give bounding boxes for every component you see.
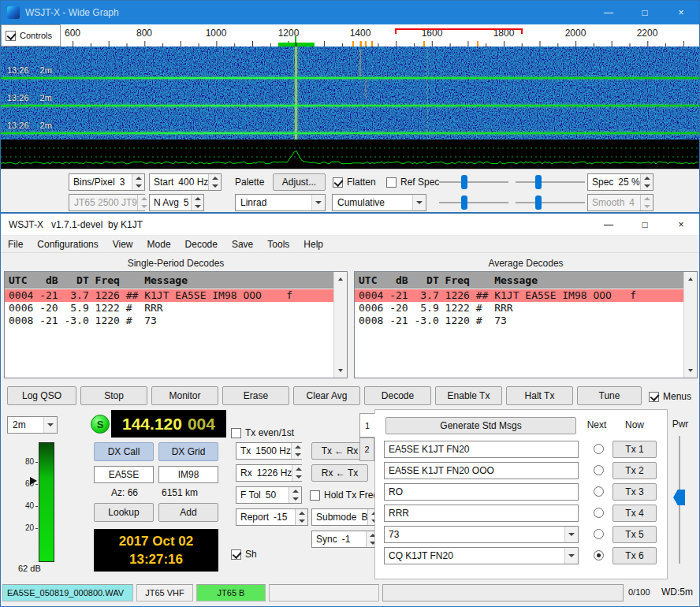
tx2-message-field[interactable]: EA5SE K1JT FN20 OOO	[384, 462, 579, 479]
ref-spec-checkbox[interactable]: Ref Spec	[386, 176, 439, 188]
scroll-up-icon[interactable]	[684, 273, 697, 285]
smooth-spinner[interactable]: Smooth 4	[587, 194, 653, 211]
minimize-icon[interactable]: —	[590, 214, 627, 235]
close-icon[interactable]: ×	[663, 214, 699, 235]
scroll-down-icon[interactable]	[684, 364, 697, 377]
jt65-jt9-split-spinner[interactable]: JT65 2500 JT9	[69, 194, 145, 211]
f-tol-spinner[interactable]: F Tol 50	[236, 486, 302, 504]
sh-checkbox[interactable]: Sh	[231, 548, 257, 560]
spin-down-icon[interactable]	[292, 473, 304, 481]
tx5-message-combo[interactable]: 73	[384, 526, 579, 543]
tune-button[interactable]: Tune	[577, 386, 642, 405]
generate-std-msgs-button[interactable]: Generate Std Msgs	[385, 417, 576, 434]
spec-percent-spinner[interactable]: Spec 25 %	[587, 173, 653, 191]
spin-down-icon[interactable]	[641, 203, 653, 210]
slider-handle[interactable]	[535, 196, 542, 210]
tx5-now-button[interactable]: Tx 5	[612, 526, 657, 543]
tx3-next-radio[interactable]	[594, 486, 604, 497]
scroll-down-icon[interactable]	[334, 364, 347, 377]
spectrum-gain-slider[interactable]	[438, 194, 509, 211]
spin-down-icon[interactable]	[289, 495, 301, 503]
decode-row[interactable]: 0004 -21 3.7 1226 ## K1JT EA5SE IM98 OOO…	[355, 289, 683, 302]
waterfall-zero-slider[interactable]	[515, 173, 586, 191]
maximize-icon[interactable]: □	[627, 1, 663, 24]
spin-down-icon[interactable]	[641, 182, 653, 190]
maximize-icon[interactable]: □	[627, 214, 663, 235]
spin-down-icon[interactable]	[209, 182, 221, 190]
menu-file[interactable]: File	[1, 236, 30, 252]
tx1-now-button[interactable]: Tx 1	[612, 441, 657, 458]
adjust-button[interactable]: Adjust...	[273, 173, 326, 191]
submode-spinner[interactable]: Submode B	[311, 508, 379, 526]
spin-up-icon[interactable]	[138, 195, 150, 203]
monitor-button[interactable]: Monitor	[151, 386, 218, 405]
dx-grid-button[interactable]: DX Grid	[158, 442, 218, 461]
wide-graph-titlebar[interactable]: WSJT-X - Wide Graph — □ ×	[1, 1, 699, 24]
scrollbar[interactable]	[333, 272, 347, 378]
pwr-slider[interactable]	[672, 434, 687, 565]
tx2-next-radio[interactable]	[594, 465, 604, 475]
tx4-next-radio[interactable]	[594, 508, 604, 518]
tx6-next-radio[interactable]	[594, 550, 604, 560]
add-button[interactable]: Add	[158, 503, 218, 522]
tx-even-checkbox[interactable]: Tx even/1st	[231, 426, 294, 439]
tab-1[interactable]: 1	[359, 413, 375, 438]
minimize-icon[interactable]: —	[590, 1, 627, 24]
tx6-message-combo[interactable]: CQ K1JT FN20	[384, 547, 579, 564]
scroll-up-icon[interactable]	[334, 273, 347, 285]
spin-up-icon[interactable]	[132, 174, 144, 182]
hold-tx-freq-checkbox[interactable]: Hold Tx Freq	[310, 489, 378, 501]
spin-up-icon[interactable]	[641, 174, 653, 182]
clear-avg-button[interactable]: Clear Avg	[293, 386, 360, 405]
menu-tools[interactable]: Tools	[260, 236, 296, 252]
spin-up-icon[interactable]	[292, 443, 303, 451]
waterfall-gain-slider[interactable]	[438, 173, 509, 191]
menu-mode[interactable]: Mode	[140, 236, 178, 252]
menu-save[interactable]: Save	[225, 236, 260, 252]
bins-pixel-spinner[interactable]: Bins/Pixel 3	[69, 173, 145, 191]
slider-handle[interactable]	[461, 196, 467, 210]
menu-view[interactable]: View	[106, 236, 140, 252]
dx-grid-field[interactable]: IM98	[158, 466, 218, 483]
spin-up-icon[interactable]	[289, 487, 301, 495]
spectrum-display[interactable]	[1, 140, 699, 169]
tx4-now-button[interactable]: Tx 4	[612, 505, 657, 522]
decode-row[interactable]: 0008 -21 -3.0 1220 # 73	[5, 315, 333, 327]
spin-up-icon[interactable]	[292, 465, 304, 473]
scrollbar[interactable]	[683, 272, 697, 378]
slider-handle[interactable]	[535, 175, 542, 189]
controls-checkbox[interactable]: Controls	[6, 29, 52, 42]
slider-handle[interactable]	[461, 175, 467, 189]
decode-row[interactable]: 0006 -20 5.9 1222 # RRR	[5, 302, 333, 315]
spectrum-mode-combo[interactable]: Cumulative	[332, 194, 426, 211]
sync-spinner[interactable]: Sync -1	[311, 531, 379, 548]
spin-up-icon[interactable]	[296, 509, 307, 517]
tx2-now-button[interactable]: Tx 2	[612, 462, 657, 479]
waterfall-display[interactable]: 13:26 2m 13:26 2m 13:26 2m	[1, 47, 699, 140]
spin-down-icon[interactable]	[138, 203, 150, 210]
tx-freq-spinner[interactable]: Tx 1500 Hz	[236, 442, 302, 460]
tx1-next-radio[interactable]	[594, 444, 604, 454]
decode-row[interactable]: 0004 -21 3.7 1226 ## K1JT EA5SE IM98 OOO…	[5, 289, 333, 302]
tx6-now-button[interactable]: Tx 6	[612, 547, 657, 564]
decode-row[interactable]: 0008 -21 -3.0 1220 # 73	[355, 315, 683, 327]
log-qso-button[interactable]: Log QSO	[7, 386, 76, 405]
n-avg-spinner[interactable]: N Avg 5	[149, 194, 204, 211]
enable-tx-button[interactable]: Enable Tx	[435, 386, 502, 405]
start-freq-spinner[interactable]: Start 400 Hz	[149, 173, 222, 191]
menu-help[interactable]: Help	[296, 236, 330, 252]
spin-down-icon[interactable]	[292, 451, 303, 459]
erase-button[interactable]: Erase	[222, 386, 289, 405]
rx-freq-spinner[interactable]: Rx 1226 Hz	[236, 464, 302, 482]
stop-button[interactable]: Stop	[80, 386, 147, 405]
spin-down-icon[interactable]	[192, 203, 203, 210]
band-combo[interactable]: 2m	[7, 416, 58, 434]
frequency-scale[interactable]: 600 800 1000 1200 1400 1600 1800 2000 22…	[1, 24, 699, 47]
decode-row[interactable]: 0006 -20 5.9 1222 # RRR	[355, 302, 683, 315]
tx1-message-field[interactable]: EA5SE K1JT FN20	[384, 441, 579, 458]
dx-call-button[interactable]: DX Call	[94, 442, 154, 461]
lookup-button[interactable]: Lookup	[94, 503, 154, 522]
decode-button[interactable]: Decode	[364, 386, 431, 405]
tx3-message-field[interactable]: RO	[384, 483, 579, 501]
tab-2[interactable]: 2	[359, 438, 374, 461]
